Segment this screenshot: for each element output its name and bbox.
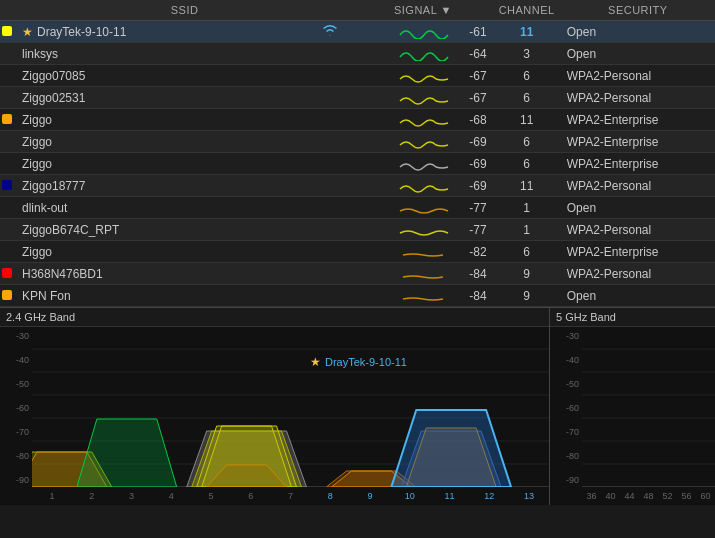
table-row[interactable]: dlink-out-771Open — [0, 197, 715, 219]
ssid-text: KPN Fon — [22, 289, 71, 303]
table-row[interactable]: H368N476BD1-849WPA2-Personal — [0, 263, 715, 285]
row-indicator — [0, 263, 16, 285]
table-row[interactable]: Ziggo-696WPA2-Enterprise — [0, 153, 715, 175]
row-channel: 6 — [493, 65, 561, 87]
row-ssid: Ziggo — [16, 153, 353, 175]
signal-value: -77 — [457, 223, 487, 237]
row-security: WPA2-Enterprise — [561, 109, 715, 131]
ch8-label: 8 — [310, 491, 350, 501]
row-signal: -68 — [353, 109, 492, 131]
signal-value: -77 — [457, 201, 487, 215]
table-row[interactable]: Ziggo-826WPA2-Enterprise — [0, 241, 715, 263]
row-indicator — [0, 285, 16, 307]
signal-wave-icon — [398, 201, 453, 215]
row-indicator — [0, 197, 16, 219]
chart-24ghz-area: -30 -40 -50 -60 -70 -80 -90 — [0, 327, 549, 505]
chart-24ghz-svg — [32, 327, 549, 487]
wifi-scanner-app: SSID SIGNAL ▼ CHANNEL SECURITY ★DrayTek-… — [0, 0, 715, 505]
panel-5ghz-title: 5 GHz Band — [550, 308, 715, 327]
row-signal: -82 — [353, 241, 492, 263]
signal-wave-icon — [398, 91, 453, 105]
row-indicator — [0, 21, 16, 43]
row-channel: 6 — [493, 241, 561, 263]
row-security: Open — [561, 43, 715, 65]
ch11-label: 11 — [430, 491, 470, 501]
table-row[interactable]: Ziggo02531-676WPA2-Personal — [0, 87, 715, 109]
table-row[interactable]: linksys-643Open — [0, 43, 715, 65]
row-signal: -64 — [353, 43, 492, 65]
row-security: WPA2-Personal — [561, 219, 715, 241]
ssid-col-header: SSID — [16, 0, 353, 21]
row-ssid: ZiggoB674C_RPT — [16, 219, 353, 241]
ch12-label: 12 — [469, 491, 509, 501]
signal-wave-icon — [398, 69, 453, 83]
signal-value: -67 — [457, 91, 487, 105]
panel-24ghz-title: 2.4 GHz Band — [0, 308, 549, 327]
ssid-text: ZiggoB674C_RPT — [22, 223, 119, 237]
signal-value: -82 — [457, 245, 487, 259]
row-ssid: Ziggo — [16, 241, 353, 263]
signal-wave-icon — [398, 223, 453, 237]
star-icon-chart: ★ — [310, 355, 321, 369]
indicator-dot — [2, 290, 12, 300]
table-row[interactable]: ZiggoB674C_RPT-771WPA2-Personal — [0, 219, 715, 241]
ssid-text: H368N476BD1 — [22, 267, 103, 281]
security-col-header: SECURITY — [561, 0, 715, 21]
y-axis-5: -30 -40 -50 -60 -70 -80 -90 — [550, 327, 582, 485]
signal-value: -67 — [457, 69, 487, 83]
signal-value: -84 — [457, 267, 487, 281]
indicator-dot — [2, 26, 12, 36]
row-indicator — [0, 43, 16, 65]
chart-5ghz-area: -30 -40 -50 -60 -70 -80 -90 — [550, 327, 715, 505]
table-row[interactable]: Ziggo18777-6911WPA2-Personal — [0, 175, 715, 197]
row-signal: -77 — [353, 197, 492, 219]
x-axis-24: 1 2 3 4 5 6 7 8 9 10 11 12 13 — [32, 487, 549, 505]
table-row[interactable]: Ziggo-6811WPA2-Enterprise — [0, 109, 715, 131]
ssid-text: Ziggo — [22, 113, 52, 127]
bottom-panels: 2.4 GHz Band -30 -40 -50 -60 -70 -80 -90 — [0, 307, 715, 505]
table-row[interactable]: Ziggo-696WPA2-Enterprise — [0, 131, 715, 153]
svg-marker-18 — [391, 410, 511, 487]
table-row[interactable]: KPN Fon-849Open — [0, 285, 715, 307]
ssid-text: Ziggo — [22, 135, 52, 149]
row-security: WPA2-Personal — [561, 87, 715, 109]
signal-wave-icon — [398, 267, 453, 281]
row-ssid: ★DrayTek-9-10-11 — [16, 21, 353, 43]
ssid-text: dlink-out — [22, 201, 67, 215]
row-security: WPA2-Personal — [561, 65, 715, 87]
row-security: WPA2-Personal — [561, 263, 715, 285]
ssid-text: Ziggo02531 — [22, 91, 85, 105]
signal-wave-icon — [398, 25, 453, 39]
row-ssid: KPN Fon — [16, 285, 353, 307]
signal-wave-icon — [398, 157, 453, 171]
row-ssid: H368N476BD1 — [16, 263, 353, 285]
row-security: Open — [561, 21, 715, 43]
y-axis-24: -30 -40 -50 -60 -70 -80 -90 — [0, 327, 32, 485]
ssid-text: Ziggo18777 — [22, 179, 85, 193]
row-channel: 9 — [493, 285, 561, 307]
table-row[interactable]: ★DrayTek-9-10-11-6111Open — [0, 21, 715, 43]
signal-wave-icon — [398, 289, 453, 303]
row-indicator — [0, 175, 16, 197]
ssid-text: DrayTek-9-10-11 — [37, 25, 126, 39]
row-channel: 11 — [493, 21, 561, 43]
row-channel: 11 — [493, 175, 561, 197]
row-security: WPA2-Enterprise — [561, 153, 715, 175]
row-signal: -84 — [353, 263, 492, 285]
row-channel: 3 — [493, 43, 561, 65]
panel-24ghz: 2.4 GHz Band -30 -40 -50 -60 -70 -80 -90 — [0, 308, 550, 505]
signal-value: -61 — [457, 25, 487, 39]
wifi-icon — [321, 24, 339, 39]
row-channel: 11 — [493, 109, 561, 131]
row-channel: 6 — [493, 131, 561, 153]
svg-marker-19 — [77, 419, 177, 487]
ch13-label: 13 — [509, 491, 549, 501]
row-signal: -69 — [353, 175, 492, 197]
row-channel: 9 — [493, 263, 561, 285]
row-indicator — [0, 131, 16, 153]
ch10-label: 10 — [390, 491, 430, 501]
ssid-text: Ziggo — [22, 245, 52, 259]
row-security: WPA2-Enterprise — [561, 241, 715, 263]
row-ssid: Ziggo — [16, 131, 353, 153]
table-row[interactable]: Ziggo07085-676WPA2-Personal — [0, 65, 715, 87]
